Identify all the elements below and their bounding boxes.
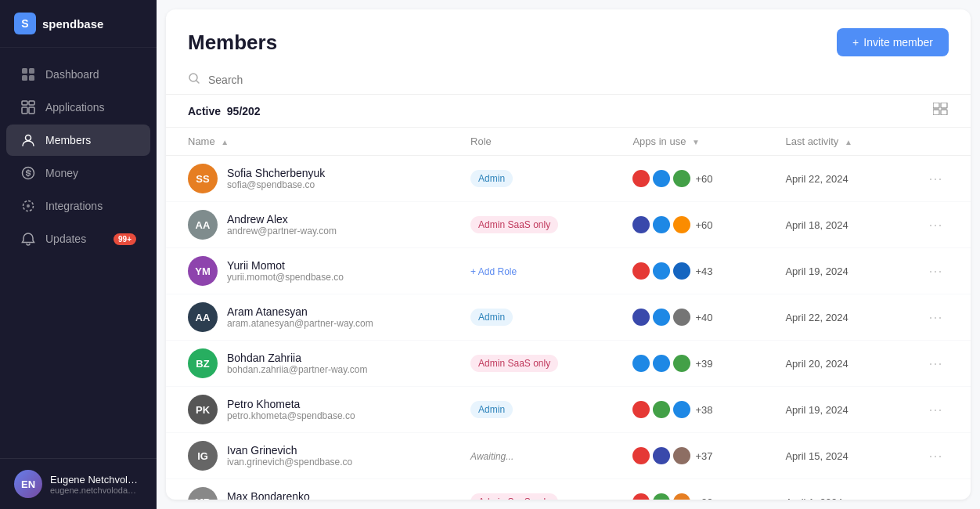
role-cell: Admin SaaS only [449, 479, 611, 500]
active-count: 95/202 [227, 105, 261, 117]
svg-rect-5 [29, 101, 34, 105]
app-icon [632, 216, 650, 233]
more-options-button[interactable]: ⋯ [922, 491, 949, 500]
member-name: Aram Atanesyan [227, 305, 373, 318]
sidebar-item-updates[interactable]: Updates 99+ [6, 223, 150, 254]
member-email: petro.khometa@spendbase.co [227, 410, 355, 421]
avatar: BZ [188, 348, 218, 378]
svg-rect-3 [29, 75, 34, 81]
user-avatar: EN [14, 470, 42, 498]
svg-rect-14 [941, 103, 947, 108]
svg-rect-13 [933, 103, 939, 108]
logo: S spendbase [0, 0, 157, 48]
last-activity-cell: April 15, 2024 [763, 433, 900, 479]
money-label: Money [45, 167, 78, 179]
last-activity-cell: April 20, 2024 [763, 341, 900, 387]
table-row: MB Max Bondarenko max.bondarenko@spendba… [166, 479, 971, 500]
more-options-button[interactable]: ⋯ [922, 168, 949, 190]
page-title: Members [188, 31, 277, 55]
apps-cell: +60 [611, 156, 763, 202]
app-icon [673, 493, 690, 500]
sidebar-item-dashboard[interactable]: Dashboard [6, 59, 150, 90]
last-activity-cell: April 18, 2024 [763, 202, 900, 248]
member-name: Yurii Momot [227, 259, 344, 272]
role-cell: + Add Role [449, 248, 611, 294]
logo-icon: S [14, 13, 36, 34]
member-cell: IG Ivan Grinevich ivan.grinevich@spendba… [166, 433, 449, 479]
user-info: Eugene Netchvoloda eugene.netchvoloda@..… [50, 474, 142, 495]
member-cell: AA Aram Atanesyan aram.atanesyan@partner… [166, 294, 449, 341]
actions-cell: ⋯ [900, 294, 971, 341]
search-input[interactable] [208, 74, 949, 86]
integrations-label: Integrations [45, 200, 103, 212]
name-sort-icon: ▲ [221, 138, 229, 146]
svg-point-10 [27, 204, 30, 208]
role-awaiting: Awaiting... [470, 451, 513, 462]
sidebar-nav: Dashboard Applications Members [0, 48, 157, 458]
sidebar-item-integrations[interactable]: Integrations [6, 190, 150, 222]
app-icon [673, 447, 690, 464]
activity-sort-icon: ▲ [845, 138, 852, 146]
app-count: +40 [695, 312, 712, 323]
avatar: SS [188, 164, 218, 193]
more-options-button[interactable]: ⋯ [922, 214, 949, 236]
col-actions [900, 128, 971, 156]
more-options-button[interactable]: ⋯ [922, 260, 949, 282]
updates-badge: 99+ [113, 233, 136, 245]
col-activity[interactable]: Last activity ▲ [763, 128, 900, 156]
svg-rect-6 [22, 107, 27, 114]
member-email: andrew@partner-way.com [227, 226, 337, 236]
user-name: Eugene Netchvoloda [50, 474, 142, 486]
table-row: SS Sofia Shcherbenyuk sofia@spendbase.co… [166, 156, 971, 202]
app-icon [632, 309, 650, 326]
member-name: Petro Khometa [227, 398, 355, 410]
apps-cell: +37 [611, 433, 763, 479]
table-row: PK Petro Khometa petro.khometa@spendbase… [166, 387, 971, 433]
role-cell: Admin [449, 156, 611, 202]
sidebar-item-members[interactable]: Members [6, 125, 150, 156]
app-icon [632, 170, 650, 187]
dashboard-icon [20, 67, 36, 82]
svg-rect-7 [29, 107, 34, 114]
add-role-btn[interactable]: + Add Role [470, 266, 517, 277]
role-cell: Admin [449, 387, 611, 433]
member-name: Bohdan Zahriia [227, 352, 367, 364]
svg-rect-16 [941, 110, 947, 115]
col-name[interactable]: Name ▲ [166, 128, 449, 156]
app-icon [653, 447, 670, 464]
svg-rect-0 [22, 68, 27, 74]
app-count: +60 [695, 173, 712, 185]
app-icon [632, 355, 650, 372]
search-icon [188, 72, 200, 88]
sidebar-item-applications[interactable]: Applications [6, 92, 150, 123]
actions-cell: ⋯ [900, 479, 971, 500]
money-icon [20, 165, 36, 181]
avatar: PK [188, 395, 218, 424]
app-icon [673, 309, 690, 326]
app-icon [673, 216, 690, 233]
role-badge: Admin SaaS only [470, 355, 558, 372]
app-icon [673, 262, 690, 280]
members-icon [20, 132, 36, 148]
invite-member-button[interactable]: + Invite member [837, 28, 949, 56]
more-options-button[interactable]: ⋯ [922, 352, 949, 374]
user-email: eugene.netchvoloda@... [50, 486, 142, 495]
member-cell: BZ Bohdan Zahriia bohdan.zahriia@partner… [166, 341, 449, 387]
app-icon [653, 355, 670, 372]
members-table: Name ▲ Role Apps in use ▼ Last activity [166, 128, 971, 500]
col-apps[interactable]: Apps in use ▼ [611, 128, 763, 156]
page-header: Members + Invite member [166, 9, 971, 66]
actions-cell: ⋯ [900, 387, 971, 433]
role-cell: Admin SaaS only [449, 202, 611, 248]
sidebar-item-money[interactable]: Money [6, 157, 150, 189]
active-label-text: Active [188, 105, 221, 117]
more-options-button[interactable]: ⋯ [922, 306, 949, 328]
app-icon [673, 401, 690, 418]
more-options-button[interactable]: ⋯ [922, 399, 949, 421]
integrations-icon [20, 198, 36, 214]
actions-cell: ⋯ [900, 341, 971, 387]
role-cell: Awaiting... [449, 433, 611, 479]
more-options-button[interactable]: ⋯ [922, 445, 949, 467]
app-icon [632, 262, 650, 280]
view-toggle-button[interactable] [933, 103, 949, 119]
